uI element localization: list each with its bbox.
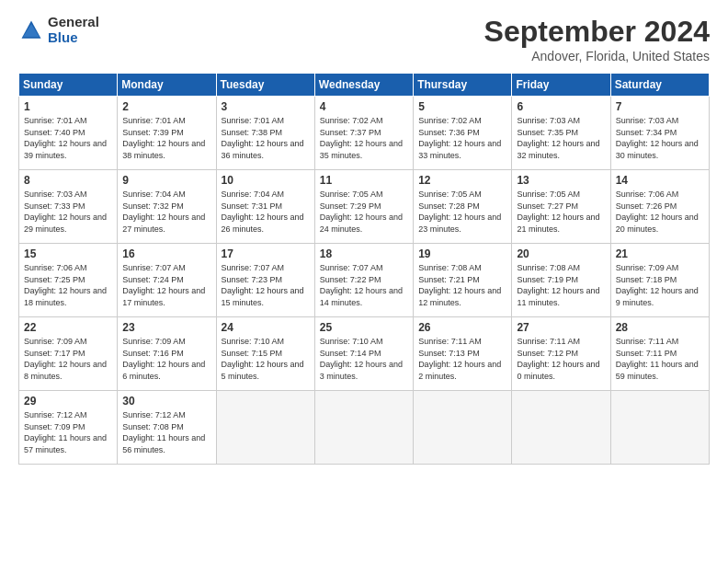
calendar-cell: 1Sunrise: 7:01 AMSunset: 7:40 PMDaylight… [19, 97, 118, 170]
calendar-cell: 3Sunrise: 7:01 AMSunset: 7:38 PMDaylight… [216, 97, 314, 170]
calendar-week-row: 29Sunrise: 7:12 AMSunset: 7:09 PMDayligh… [19, 391, 710, 465]
day-number: 8 [24, 174, 112, 187]
day-number: 24 [222, 321, 310, 334]
cell-info: Sunrise: 7:01 AMSunset: 7:40 PMDaylight:… [24, 115, 112, 161]
cell-info: Sunrise: 7:01 AMSunset: 7:39 PMDaylight:… [122, 115, 210, 161]
day-number: 4 [320, 100, 408, 113]
cell-info: Sunrise: 7:08 AMSunset: 7:19 PMDaylight:… [517, 262, 605, 308]
day-number: 23 [122, 321, 210, 334]
day-number: 16 [122, 247, 210, 260]
cell-info: Sunrise: 7:05 AMSunset: 7:27 PMDaylight:… [517, 189, 605, 235]
day-number: 30 [122, 395, 210, 408]
weekday-header-cell: Friday [512, 74, 610, 97]
weekday-header-cell: Wednesday [314, 74, 413, 97]
cell-info: Sunrise: 7:10 AMSunset: 7:15 PMDaylight:… [222, 336, 310, 382]
calendar-cell: 9Sunrise: 7:04 AMSunset: 7:32 PMDaylight… [118, 170, 216, 244]
day-number: 12 [418, 174, 506, 187]
cell-info: Sunrise: 7:07 AMSunset: 7:22 PMDaylight:… [320, 262, 408, 308]
weekday-header-cell: Sunday [19, 74, 118, 97]
day-number: 5 [418, 100, 506, 113]
calendar-cell: 26Sunrise: 7:11 AMSunset: 7:13 PMDayligh… [414, 317, 512, 391]
cell-info: Sunrise: 7:11 AMSunset: 7:11 PMDaylight:… [616, 336, 704, 382]
calendar-cell: 12Sunrise: 7:05 AMSunset: 7:28 PMDayligh… [414, 170, 512, 244]
logo-text: General Blue [48, 15, 99, 45]
calendar-cell: 17Sunrise: 7:07 AMSunset: 7:23 PMDayligh… [216, 244, 314, 317]
cell-info: Sunrise: 7:06 AMSunset: 7:25 PMDaylight:… [24, 262, 112, 308]
cell-info: Sunrise: 7:07 AMSunset: 7:23 PMDaylight:… [222, 262, 310, 308]
calendar-cell: 5Sunrise: 7:02 AMSunset: 7:36 PMDaylight… [414, 97, 512, 170]
calendar-week-row: 15Sunrise: 7:06 AMSunset: 7:25 PMDayligh… [19, 244, 710, 317]
cell-info: Sunrise: 7:09 AMSunset: 7:16 PMDaylight:… [122, 336, 210, 382]
cell-info: Sunrise: 7:08 AMSunset: 7:21 PMDaylight:… [418, 262, 506, 308]
calendar-cell: 8Sunrise: 7:03 AMSunset: 7:33 PMDaylight… [19, 170, 118, 244]
day-number: 18 [320, 247, 408, 260]
calendar-table: SundayMondayTuesdayWednesdayThursdayFrid… [18, 73, 710, 465]
calendar-cell: 7Sunrise: 7:03 AMSunset: 7:34 PMDaylight… [610, 97, 709, 170]
cell-info: Sunrise: 7:04 AMSunset: 7:32 PMDaylight:… [122, 189, 210, 235]
cell-info: Sunrise: 7:06 AMSunset: 7:26 PMDaylight:… [616, 189, 704, 235]
cell-info: Sunrise: 7:12 AMSunset: 7:08 PMDaylight:… [122, 409, 210, 455]
day-number: 6 [517, 100, 605, 113]
calendar-cell: 4Sunrise: 7:02 AMSunset: 7:37 PMDaylight… [314, 97, 413, 170]
cell-info: Sunrise: 7:11 AMSunset: 7:12 PMDaylight:… [517, 336, 605, 382]
calendar-cell: 16Sunrise: 7:07 AMSunset: 7:24 PMDayligh… [118, 244, 216, 317]
day-number: 28 [616, 321, 704, 334]
day-number: 19 [418, 247, 506, 260]
calendar-page: General Blue September 2024 Andover, Flo… [0, 0, 728, 563]
day-number: 21 [616, 247, 704, 260]
day-number: 14 [616, 174, 704, 187]
svg-marker-1 [23, 24, 40, 37]
day-number: 1 [24, 100, 112, 113]
day-number: 17 [222, 247, 310, 260]
calendar-cell: 20Sunrise: 7:08 AMSunset: 7:19 PMDayligh… [512, 244, 610, 317]
calendar-cell [314, 391, 413, 465]
title-area: September 2024 Andover, Florida, United … [484, 15, 710, 63]
cell-info: Sunrise: 7:03 AMSunset: 7:33 PMDaylight:… [24, 189, 112, 235]
calendar-cell: 23Sunrise: 7:09 AMSunset: 7:16 PMDayligh… [118, 317, 216, 391]
day-number: 20 [517, 247, 605, 260]
calendar-body: 1Sunrise: 7:01 AMSunset: 7:40 PMDaylight… [19, 97, 710, 465]
calendar-cell: 19Sunrise: 7:08 AMSunset: 7:21 PMDayligh… [414, 244, 512, 317]
calendar-week-row: 22Sunrise: 7:09 AMSunset: 7:17 PMDayligh… [19, 317, 710, 391]
calendar-cell: 11Sunrise: 7:05 AMSunset: 7:29 PMDayligh… [314, 170, 413, 244]
logo-blue-text: Blue [48, 30, 99, 46]
calendar-cell: 18Sunrise: 7:07 AMSunset: 7:22 PMDayligh… [314, 244, 413, 317]
calendar-cell: 27Sunrise: 7:11 AMSunset: 7:12 PMDayligh… [512, 317, 610, 391]
calendar-cell: 13Sunrise: 7:05 AMSunset: 7:27 PMDayligh… [512, 170, 610, 244]
day-number: 2 [122, 100, 210, 113]
day-number: 10 [222, 174, 310, 187]
cell-info: Sunrise: 7:09 AMSunset: 7:17 PMDaylight:… [24, 336, 112, 382]
calendar-cell: 22Sunrise: 7:09 AMSunset: 7:17 PMDayligh… [19, 317, 118, 391]
calendar-cell: 25Sunrise: 7:10 AMSunset: 7:14 PMDayligh… [314, 317, 413, 391]
cell-info: Sunrise: 7:04 AMSunset: 7:31 PMDaylight:… [222, 189, 310, 235]
cell-info: Sunrise: 7:11 AMSunset: 7:13 PMDaylight:… [418, 336, 506, 382]
cell-info: Sunrise: 7:05 AMSunset: 7:29 PMDaylight:… [320, 189, 408, 235]
day-number: 9 [122, 174, 210, 187]
calendar-cell [512, 391, 610, 465]
calendar-cell: 28Sunrise: 7:11 AMSunset: 7:11 PMDayligh… [610, 317, 709, 391]
day-number: 29 [24, 395, 112, 408]
calendar-cell [610, 391, 709, 465]
cell-info: Sunrise: 7:05 AMSunset: 7:28 PMDaylight:… [418, 189, 506, 235]
logo-general-text: General [48, 15, 99, 30]
calendar-cell: 2Sunrise: 7:01 AMSunset: 7:39 PMDaylight… [118, 97, 216, 170]
cell-info: Sunrise: 7:10 AMSunset: 7:14 PMDaylight:… [320, 336, 408, 382]
calendar-cell: 30Sunrise: 7:12 AMSunset: 7:08 PMDayligh… [118, 391, 216, 465]
cell-info: Sunrise: 7:02 AMSunset: 7:36 PMDaylight:… [418, 115, 506, 161]
weekday-header-row: SundayMondayTuesdayWednesdayThursdayFrid… [19, 74, 710, 97]
logo: General Blue [18, 15, 99, 45]
cell-info: Sunrise: 7:03 AMSunset: 7:34 PMDaylight:… [616, 115, 704, 161]
day-number: 3 [222, 100, 310, 113]
cell-info: Sunrise: 7:07 AMSunset: 7:24 PMDaylight:… [122, 262, 210, 308]
cell-info: Sunrise: 7:09 AMSunset: 7:18 PMDaylight:… [616, 262, 704, 308]
day-number: 15 [24, 247, 112, 260]
cell-info: Sunrise: 7:03 AMSunset: 7:35 PMDaylight:… [517, 115, 605, 161]
calendar-cell: 15Sunrise: 7:06 AMSunset: 7:25 PMDayligh… [19, 244, 118, 317]
weekday-header-cell: Tuesday [216, 74, 314, 97]
weekday-header-cell: Thursday [414, 74, 512, 97]
day-number: 25 [320, 321, 408, 334]
day-number: 22 [24, 321, 112, 334]
day-number: 26 [418, 321, 506, 334]
month-title: September 2024 [484, 15, 710, 49]
calendar-cell [216, 391, 314, 465]
